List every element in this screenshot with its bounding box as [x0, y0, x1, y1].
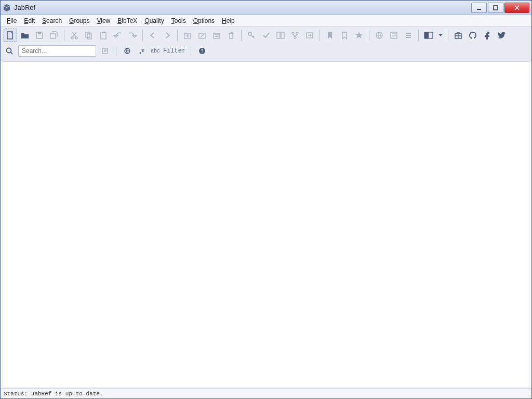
svg-rect-22: [424, 32, 429, 38]
toolbar-separator: [418, 30, 419, 41]
svg-point-18: [294, 36, 296, 38]
paste-button[interactable]: [97, 29, 110, 42]
svg-rect-0: [477, 9, 481, 10]
svg-point-17: [296, 32, 298, 34]
menu-help[interactable]: Help: [219, 16, 238, 25]
toolbar-row-search: abc Filter ?: [4, 44, 528, 59]
generate-key-button[interactable]: [245, 29, 258, 42]
window-title: JabRef: [14, 4, 35, 11]
mark-button[interactable]: [323, 29, 337, 42]
abc-filter-label[interactable]: abc: [151, 48, 160, 54]
menu-tools[interactable]: Tools: [168, 16, 189, 25]
github-button[interactable]: [466, 29, 480, 42]
copy-button[interactable]: [82, 29, 96, 42]
push-button[interactable]: [303, 29, 316, 42]
save-button[interactable]: [33, 29, 46, 42]
main-window: JabRef File Edit Search Groups View BibT…: [0, 0, 532, 399]
list-button[interactable]: [402, 29, 415, 42]
close-button[interactable]: [504, 3, 529, 13]
window-controls: [471, 3, 529, 13]
menu-file[interactable]: File: [4, 16, 20, 25]
save-all-button[interactable]: [47, 29, 61, 42]
menubar: File Edit Search Groups View BibTeX Qual…: [1, 15, 531, 26]
twitter-button[interactable]: [495, 29, 509, 42]
help-search-button[interactable]: ?: [196, 45, 208, 57]
new-entry-plain-button[interactable]: [195, 29, 209, 42]
svg-rect-7: [87, 34, 91, 39]
cleanup-button[interactable]: [259, 29, 273, 42]
forward-button[interactable]: [161, 29, 174, 42]
svg-rect-15: [281, 32, 284, 38]
redo-button[interactable]: [126, 29, 139, 42]
svg-rect-14: [277, 32, 280, 38]
filter-label: Filter: [163, 47, 185, 55]
svg-rect-12: [214, 33, 220, 38]
toolbar-separator: [448, 30, 448, 41]
toolbar-separator: [64, 30, 64, 41]
svg-point-29: [140, 52, 141, 54]
toolbar-separator: [142, 30, 143, 41]
back-button[interactable]: [146, 29, 159, 42]
donate-button[interactable]: [451, 29, 465, 42]
svg-point-16: [292, 32, 294, 34]
new-entry-button[interactable]: [181, 29, 194, 42]
status-label: Status: [4, 391, 24, 397]
open-search-button[interactable]: [99, 45, 111, 57]
toolbar-row-main: [4, 29, 528, 42]
svg-rect-3: [38, 32, 41, 34]
menu-search[interactable]: Search: [39, 16, 65, 25]
new-database-button[interactable]: [4, 29, 17, 42]
menu-quality[interactable]: Quality: [141, 16, 167, 25]
svg-point-4: [71, 37, 73, 39]
star-button[interactable]: [352, 29, 366, 42]
search-icon[interactable]: [4, 45, 15, 57]
menu-view[interactable]: View: [94, 16, 113, 25]
merge-button[interactable]: [274, 29, 287, 42]
svg-rect-1: [494, 6, 498, 10]
facebook-button[interactable]: [481, 29, 494, 42]
preview-toggle-button[interactable]: [422, 29, 435, 42]
svg-rect-9: [102, 32, 105, 33]
pull-changes-button[interactable]: [288, 29, 302, 42]
unmark-button[interactable]: [338, 29, 351, 42]
status-message: JabRef is up-to-date.: [31, 391, 103, 397]
toolbar-separator: [241, 30, 242, 41]
toolbar: abc Filter ?: [1, 26, 531, 61]
svg-text:?: ?: [201, 48, 204, 54]
open-database-button[interactable]: [18, 29, 32, 42]
menu-bibtex[interactable]: BibTeX: [114, 16, 140, 25]
regex-filter-icon[interactable]: [136, 45, 148, 57]
delete-button[interactable]: [224, 29, 238, 42]
titlebar: JabRef: [1, 1, 531, 15]
svg-point-5: [75, 37, 77, 39]
cut-button[interactable]: [68, 29, 81, 42]
toolbar-separator: [320, 30, 320, 41]
menu-options[interactable]: Options: [190, 16, 218, 25]
search-input[interactable]: [18, 45, 96, 57]
edit-entry-button[interactable]: [210, 29, 223, 42]
toolbar-separator: [191, 46, 191, 56]
statusbar: Status: JabRef is up-to-date.: [1, 388, 531, 398]
app-icon: [3, 4, 11, 12]
undo-button[interactable]: [111, 29, 125, 42]
content-area: [3, 61, 529, 388]
minimize-button[interactable]: [471, 3, 487, 13]
toolbar-separator: [177, 30, 178, 41]
maximize-button[interactable]: [488, 3, 503, 13]
web-search-button[interactable]: [373, 29, 386, 42]
toolbar-separator: [116, 46, 116, 56]
globe-filter-icon[interactable]: [122, 45, 133, 57]
svg-rect-6: [86, 32, 90, 37]
svg-point-26: [7, 48, 11, 53]
new-from-web-button[interactable]: [387, 29, 401, 42]
menu-edit[interactable]: Edit: [21, 16, 38, 25]
toolbar-separator: [369, 30, 369, 41]
preview-dropdown-button[interactable]: [436, 29, 445, 42]
menu-groups[interactable]: Groups: [66, 16, 92, 25]
